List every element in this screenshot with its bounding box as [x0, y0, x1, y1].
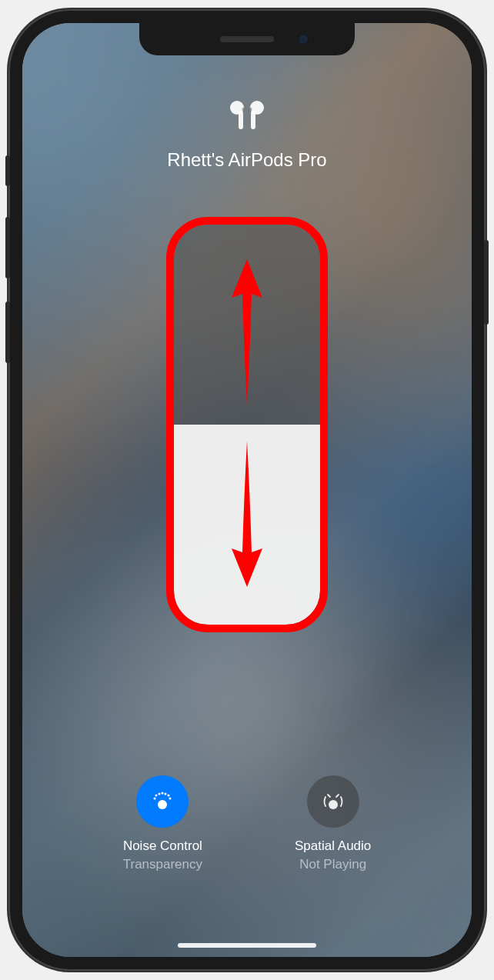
- svg-rect-4: [251, 111, 255, 129]
- front-camera: [298, 34, 309, 45]
- svg-point-11: [169, 795, 170, 796]
- spatial-audio-label: Spatial Audio: [295, 838, 371, 854]
- svg-point-14: [329, 800, 338, 809]
- spatial-audio-button[interactable]: Spatial Audio Not Playing: [295, 775, 371, 872]
- noise-control-label: Noise Control: [123, 838, 202, 854]
- volume-fill: [174, 425, 320, 625]
- svg-point-7: [156, 795, 158, 796]
- volume-up-button: [5, 217, 10, 278]
- power-button: [484, 240, 489, 325]
- svg-point-5: [249, 108, 252, 112]
- noise-control-button[interactable]: Noise Control Transparency: [123, 775, 202, 872]
- noise-control-circle: [136, 775, 189, 828]
- svg-point-12: [155, 798, 156, 799]
- notch: [139, 23, 355, 55]
- noise-control-transparency-icon: [149, 788, 176, 815]
- volume-slider-container: [174, 225, 320, 625]
- device-name-label: Rhett's AirPods Pro: [167, 149, 326, 171]
- svg-rect-1: [239, 111, 243, 129]
- svg-point-9: [162, 792, 164, 794]
- volume-slider[interactable]: [174, 225, 320, 625]
- svg-point-8: [159, 793, 161, 795]
- mute-switch: [5, 155, 10, 186]
- spatial-audio-icon: [319, 788, 347, 815]
- control-center-volume-panel: Rhett's AirPods Pro: [22, 23, 472, 957]
- home-indicator[interactable]: [178, 943, 316, 948]
- speaker-grille: [220, 36, 274, 42]
- bottom-controls-row: Noise Control Transparency: [22, 775, 472, 872]
- svg-point-6: [158, 800, 167, 809]
- airpods-pro-icon: [225, 100, 269, 137]
- svg-point-2: [242, 108, 246, 112]
- iphone-device-frame: Rhett's AirPods Pro: [8, 9, 486, 971]
- spatial-audio-circle: [307, 775, 359, 828]
- noise-control-value: Transparency: [123, 857, 202, 872]
- svg-point-13: [170, 798, 172, 799]
- spatial-audio-value: Not Playing: [299, 857, 366, 872]
- svg-point-10: [165, 793, 167, 795]
- screen: Rhett's AirPods Pro: [22, 23, 472, 957]
- volume-down-button: [5, 302, 10, 363]
